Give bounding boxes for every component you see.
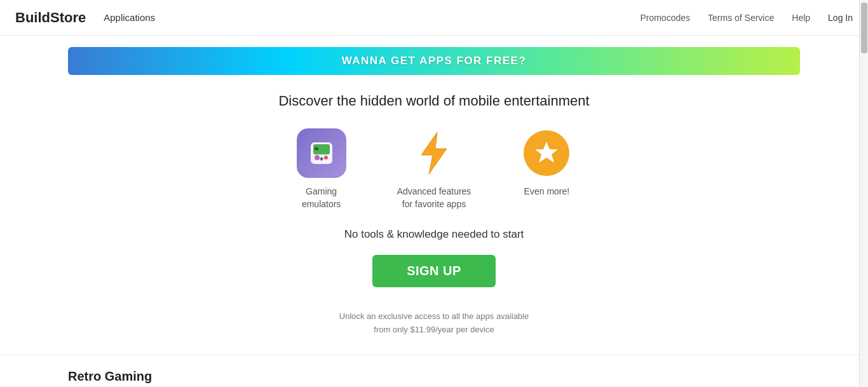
banner-text: WANNA GET APPS FOR FREE? xyxy=(342,55,527,67)
nav-applications[interactable]: Applications xyxy=(104,12,155,23)
unlock-line2: from only $11.99/year per device xyxy=(374,325,494,334)
lightning-icon-bg xyxy=(409,128,459,178)
svg-marker-9 xyxy=(535,142,558,163)
gameboy-icon xyxy=(307,139,336,168)
scrollbar-thumb[interactable] xyxy=(861,3,867,53)
nav-right: Promocodes Terms of Service Help Log In xyxy=(640,13,853,23)
feature-gaming: Gamingemulators xyxy=(297,128,346,210)
retro-gaming-title: Retro Gaming xyxy=(68,369,800,384)
scrollbar[interactable] xyxy=(859,0,868,387)
nav-help[interactable]: Help xyxy=(792,13,810,23)
star-icon xyxy=(532,139,560,167)
features-row: Gamingemulators Advanced featuresfor fav… xyxy=(0,128,868,210)
svg-point-2 xyxy=(315,155,320,160)
header: BuildStore Applications Promocodes Terms… xyxy=(0,0,868,36)
logo[interactable]: BuildStore xyxy=(15,10,86,26)
more-label: Even more! xyxy=(524,186,570,198)
nav-left: Applications xyxy=(104,12,168,24)
svg-marker-8 xyxy=(421,132,447,174)
lightning-icon xyxy=(415,131,453,175)
star-circle xyxy=(524,130,569,176)
hero-section: Discover the hidden world of mobile ente… xyxy=(0,75,868,337)
unlock-text: Unlock an exclusive access to all the ap… xyxy=(0,310,868,337)
svg-point-3 xyxy=(324,156,328,160)
feature-more: Even more! xyxy=(522,128,571,210)
gaming-label: Gamingemulators xyxy=(302,186,341,210)
no-tools-text: No tools & knowledge needed to start xyxy=(0,228,868,241)
gaming-icon-bg xyxy=(297,128,346,178)
hero-subtitle: Discover the hidden world of mobile ente… xyxy=(0,93,868,109)
star-icon-bg xyxy=(522,128,571,178)
advanced-label: Advanced featuresfor favorite apps xyxy=(397,186,471,210)
retro-gaming-section: Retro Gaming xyxy=(0,355,868,387)
svg-rect-6 xyxy=(321,157,322,161)
unlock-line1: Unlock an exclusive access to all the ap… xyxy=(339,311,529,321)
promo-banner: WANNA GET APPS FOR FREE? xyxy=(68,47,800,75)
signup-button[interactable]: SIGN UP xyxy=(372,255,496,287)
svg-rect-7 xyxy=(315,147,318,150)
feature-advanced: Advanced featuresfor favorite apps xyxy=(397,128,471,210)
nav-login[interactable]: Log In xyxy=(828,13,853,23)
svg-point-4 xyxy=(329,154,331,157)
nav-promocodes[interactable]: Promocodes xyxy=(640,13,690,23)
nav-terms[interactable]: Terms of Service xyxy=(708,13,774,23)
